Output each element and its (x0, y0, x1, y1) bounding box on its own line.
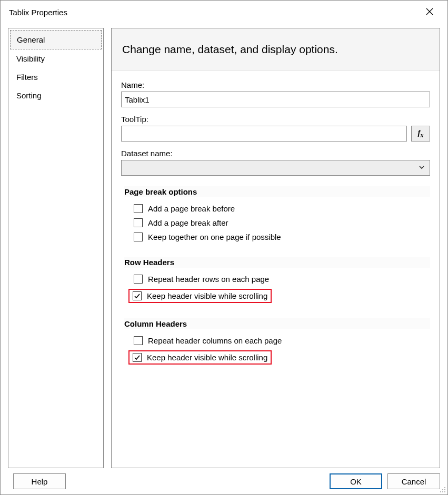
close-button[interactable] (418, 3, 441, 21)
resize-grip-icon (437, 486, 446, 494)
main-body: Name: ToolTip: fx Dataset name: (112, 71, 440, 468)
help-button[interactable]: Help (13, 473, 66, 489)
name-input[interactable] (121, 92, 430, 107)
opt-repeat-header-rows[interactable]: Repeat header rows on each page (121, 272, 430, 286)
section-page-break-title: Page break options (124, 186, 430, 197)
checkbox-label[interactable]: Keep header visible while scrolling (147, 291, 267, 300)
opt-row-keep-visible-row-wrap: Keep header visible while scrolling (121, 286, 430, 306)
titlebar: Tablix Properties (1, 1, 447, 24)
tooltip-label: ToolTip: (121, 115, 430, 124)
opt-page-break-before[interactable]: Add a page break before (121, 201, 430, 216)
sidebar-item-label: Visibility (16, 54, 45, 63)
sidebar-item-label: Filters (16, 73, 38, 82)
dialog-body: General Visibility Filters Sorting Chang… (1, 24, 447, 468)
sidebar-item-visibility[interactable]: Visibility (10, 49, 102, 68)
main-panel: Change name, dataset, and display option… (111, 28, 440, 468)
page-title: Change name, dataset, and display option… (112, 28, 440, 71)
sidebar-item-general[interactable]: General (10, 30, 102, 49)
checkbox-label: Repeat header rows on each page (148, 275, 269, 284)
section-row-headers-title: Row Headers (124, 257, 430, 268)
checkbox-label: Add a page break after (148, 218, 228, 227)
checkbox-icon (134, 233, 143, 241)
checkbox-label: Keep together on one page if possible (148, 233, 281, 241)
checkbox-label: Add a page break before (148, 204, 235, 213)
checkbox-label[interactable]: Keep header visible while scrolling (147, 353, 267, 362)
button-label: OK (350, 477, 362, 486)
button-label: Cancel (402, 477, 426, 486)
opt-page-break-after[interactable]: Add a page break after (121, 216, 430, 230)
checkbox-icon (134, 336, 143, 345)
svg-point-3 (442, 489, 443, 490)
svg-point-2 (444, 487, 445, 488)
opt-col-keep-visible-wrap: Keep header visible while scrolling (121, 348, 430, 367)
sidebar-item-sorting[interactable]: Sorting (10, 86, 102, 105)
close-icon (426, 8, 433, 17)
cancel-button[interactable]: Cancel (387, 473, 440, 489)
svg-point-5 (440, 491, 441, 492)
dataset-label: Dataset name: (121, 149, 430, 158)
button-label: Help (32, 477, 48, 486)
svg-point-7 (444, 491, 445, 492)
checkbox-icon[interactable] (133, 353, 142, 362)
resize-grip[interactable] (437, 484, 446, 493)
tooltip-input[interactable] (121, 126, 407, 142)
checkbox-icon[interactable] (133, 291, 142, 300)
window-title: Tablix Properties (9, 8, 67, 17)
chevron-down-icon (418, 164, 425, 173)
tooltip-expression-button[interactable]: fx (411, 126, 430, 142)
dataset-name-dropdown[interactable] (121, 160, 430, 176)
svg-point-6 (442, 491, 443, 492)
ok-button[interactable]: OK (330, 473, 382, 489)
checkbox-label: Repeat header columns on each page (148, 336, 282, 345)
sidebar-item-label: Sorting (16, 91, 42, 100)
sidebar-item-label: General (17, 35, 45, 44)
fx-icon: fx (418, 128, 424, 139)
checkbox-icon (134, 218, 143, 227)
svg-point-4 (444, 489, 445, 490)
section-column-headers-title: Column Headers (124, 318, 430, 329)
tablix-properties-dialog: Tablix Properties General Visibility Fil… (0, 0, 448, 495)
category-sidebar: General Visibility Filters Sorting (8, 28, 104, 468)
opt-keep-together[interactable]: Keep together on one page if possible (121, 230, 430, 244)
checkbox-icon (134, 204, 143, 213)
highlight-box: Keep header visible while scrolling (128, 289, 272, 303)
sidebar-item-filters[interactable]: Filters (10, 68, 102, 86)
opt-repeat-header-cols[interactable]: Repeat header columns on each page (121, 334, 430, 348)
highlight-box: Keep header visible while scrolling (128, 350, 272, 365)
dialog-footer: Help OK Cancel (1, 468, 447, 494)
checkbox-icon (134, 275, 143, 284)
name-label: Name: (121, 80, 430, 89)
